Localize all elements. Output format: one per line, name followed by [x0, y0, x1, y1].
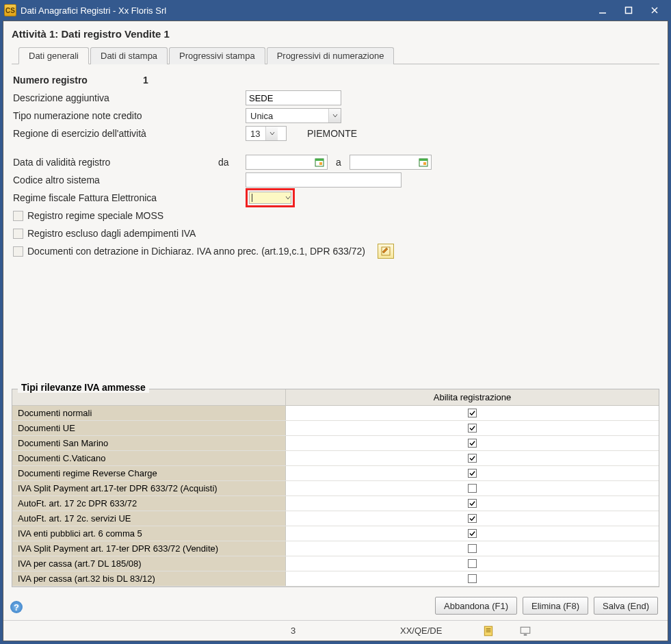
- table-row: IVA enti pubblici art. 6 comma 5: [12, 526, 659, 541]
- app-icon: CS: [4, 4, 16, 16]
- svg-rect-8: [419, 159, 427, 161]
- table-row: Documenti C.Vaticano: [12, 451, 659, 466]
- table-row: Documenti normali: [12, 406, 659, 421]
- regione-label: Regione di esercizio dell'attività: [13, 128, 246, 139]
- row-checkbox-cell: [286, 571, 659, 586]
- tipo-numerazione-label: Tipo numerazione note credito: [13, 110, 246, 121]
- row-checkbox-cell: [286, 406, 659, 420]
- table-row: IVA Split Payment art. 17-ter DPR 633/72…: [12, 541, 659, 556]
- da-label: da: [218, 157, 246, 168]
- calendar-icon: [314, 157, 325, 168]
- row-checkbox-cell: [286, 466, 659, 480]
- minimize-button[interactable]: [594, 3, 611, 17]
- detrazione-checkbox[interactable]: [13, 246, 23, 257]
- salva-button[interactable]: Salva (End): [594, 597, 658, 615]
- row-checkbox[interactable]: [468, 559, 477, 568]
- chevron-down-icon: [328, 109, 341, 123]
- tipi-rilevanze-group: Tipi rilevanze IVA ammesse Abilita regis…: [12, 389, 659, 587]
- svg-rect-15: [521, 627, 530, 633]
- highlight-box: [246, 188, 295, 207]
- tipo-numerazione-select[interactable]: Unica: [246, 108, 341, 123]
- row-label: Documenti regime Reverse Charge: [12, 466, 286, 480]
- svg-rect-1: [626, 8, 632, 14]
- svg-rect-6: [319, 162, 322, 165]
- table-row: IVA per cassa (art.7 DL 185/08): [12, 556, 659, 571]
- statusbar: 3 XX/QE/DE: [3, 620, 668, 641]
- tab-2[interactable]: Progressivi stampa: [169, 47, 265, 64]
- help-icon[interactable]: ?: [10, 601, 23, 613]
- row-checkbox[interactable]: [468, 529, 477, 538]
- status-number: 3: [291, 626, 295, 636]
- svg-rect-11: [484, 626, 492, 636]
- calendar-icon: [418, 157, 429, 168]
- table-row: Documenti UE: [12, 421, 659, 436]
- row-checkbox-cell: [286, 526, 659, 541]
- row-checkbox-cell: [286, 556, 659, 571]
- codice-sistema-label: Codice altro sistema: [13, 175, 246, 185]
- tab-0[interactable]: Dati generali: [18, 47, 89, 64]
- row-checkbox-cell: [286, 436, 659, 450]
- note-icon[interactable]: [482, 625, 495, 637]
- row-checkbox[interactable]: [468, 439, 477, 448]
- monitor-icon[interactable]: [519, 625, 531, 637]
- table-row: IVA per cassa (art.32 bis DL 83/12): [12, 571, 659, 587]
- row-label: AutoFt. art. 17 2c. servizi UE: [12, 511, 286, 526]
- row-checkbox[interactable]: [468, 454, 477, 463]
- chevron-down-icon: [265, 127, 278, 140]
- data-a-input[interactable]: [350, 155, 432, 170]
- table-row: AutoFt. art. 17 2c. servizi UE: [12, 511, 659, 526]
- row-checkbox-cell: [286, 511, 659, 526]
- regione-code-value: 13: [246, 129, 265, 139]
- detrazione-label: Documenti con detrazione in Dichiaraz. I…: [27, 246, 365, 257]
- page-title: Attività 1: Dati registro Vendite 1: [3, 21, 668, 44]
- grid-header-col2: Abilita registrazione: [286, 389, 659, 405]
- row-checkbox[interactable]: [468, 469, 477, 478]
- row-label: IVA per cassa (art.7 DL 185/08): [12, 556, 286, 571]
- data-validita-label: Data di validità registro: [13, 157, 218, 168]
- row-checkbox-cell: [286, 421, 659, 435]
- regime-fiscale-select[interactable]: [249, 192, 291, 204]
- elimina-button[interactable]: Elimina (F8): [523, 597, 588, 615]
- row-label: IVA Split Payment art.17-ter DPR 633/72 …: [12, 481, 286, 495]
- numero-registro-label: Numero registro: [13, 75, 246, 86]
- maximize-button[interactable]: [620, 3, 637, 17]
- group-title: Tipi rilevanze IVA ammesse: [18, 382, 149, 393]
- moss-checkbox[interactable]: [13, 211, 23, 221]
- chevron-down-icon: [285, 192, 291, 204]
- row-checkbox-cell: [286, 481, 659, 495]
- table-row: Documenti regime Reverse Charge: [12, 466, 659, 481]
- row-label: IVA Split Payment art. 17-ter DPR 633/72…: [12, 541, 286, 556]
- abbandona-button[interactable]: Abbandona (F1): [435, 597, 517, 615]
- row-label: Documenti C.Vaticano: [12, 451, 286, 465]
- row-checkbox[interactable]: [468, 424, 477, 433]
- row-checkbox-cell: [286, 541, 659, 556]
- row-checkbox-cell: [286, 496, 659, 511]
- row-checkbox[interactable]: [468, 499, 477, 508]
- a-label: a: [336, 157, 341, 168]
- tab-3[interactable]: Progressivi di numerazione: [267, 47, 395, 64]
- row-label: IVA enti pubblici art. 6 comma 5: [12, 526, 286, 541]
- descrizione-input[interactable]: [246, 90, 341, 105]
- row-label: Documenti UE: [12, 421, 286, 435]
- row-checkbox[interactable]: [468, 409, 477, 417]
- edit-button[interactable]: [378, 244, 394, 259]
- codice-sistema-input[interactable]: [246, 172, 402, 188]
- row-checkbox[interactable]: [468, 514, 477, 523]
- close-button[interactable]: [646, 3, 663, 17]
- status-code: XX/QE/DE: [400, 626, 442, 636]
- data-da-input[interactable]: [246, 155, 328, 170]
- tipo-numerazione-value: Unica: [246, 111, 287, 121]
- table-row: Documenti San Marino: [12, 436, 659, 451]
- row-checkbox[interactable]: [468, 544, 477, 553]
- row-checkbox[interactable]: [468, 574, 477, 583]
- escluso-checkbox[interactable]: [13, 229, 23, 239]
- svg-rect-16: [524, 634, 527, 635]
- row-checkbox[interactable]: [468, 484, 477, 493]
- regione-code-select[interactable]: 13: [246, 126, 287, 141]
- table-row: AutoFt. art. 17 2c DPR 633/72: [12, 496, 659, 511]
- table-row: IVA Split Payment art.17-ter DPR 633/72 …: [12, 481, 659, 496]
- moss-label: Registro regime speciale MOSS: [27, 210, 163, 221]
- row-checkbox-cell: [286, 451, 659, 465]
- row-label: AutoFt. art. 17 2c DPR 633/72: [12, 496, 286, 511]
- tab-1[interactable]: Dati di stampa: [90, 47, 168, 64]
